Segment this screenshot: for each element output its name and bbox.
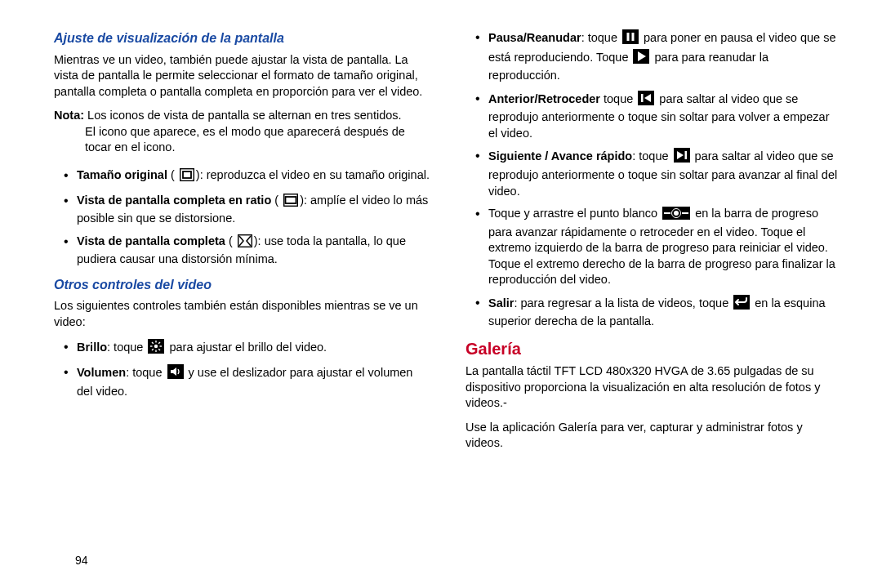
toque-label: : toque	[107, 341, 146, 354]
svg-point-26	[674, 211, 679, 216]
svg-rect-17	[627, 33, 630, 41]
list-item: Brillo: toque para ajustar el brillo del…	[64, 339, 430, 359]
paragraph-display-adjust: Mientras ve un video, también puede ajus…	[54, 52, 430, 100]
svg-point-6	[154, 344, 158, 347]
list-item: Anterior/Retroceder toque para saltar al…	[475, 91, 841, 142]
item-title: Vista de pantalla completa en ratio	[77, 194, 271, 207]
list-item: Vista de pantalla completa en ratio ( ):…	[64, 193, 430, 227]
view-modes-list: Tamaño original ( ): reproduzca el video…	[64, 167, 430, 268]
pause-icon	[622, 29, 639, 49]
progress-dot-icon	[662, 207, 690, 225]
svg-rect-3	[286, 197, 296, 203]
svg-rect-0	[180, 168, 194, 180]
toque-label: : toque	[581, 31, 621, 44]
toque-label: : toque	[126, 366, 165, 379]
list-item: Pausa/Reanudar: toque para poner en paus…	[475, 29, 841, 84]
paragraph-gallery-2: Use la aplicación Galería para ver, capt…	[466, 420, 841, 452]
note-line2: El icono que aparece, es el modo que apa…	[85, 124, 430, 156]
item-title: Tamaño original	[77, 168, 167, 181]
page-number: 94	[75, 553, 88, 568]
brightness-icon	[148, 339, 164, 359]
list-item: Siguiente / Avance rápido: toque para sa…	[475, 148, 841, 199]
svg-rect-23	[684, 151, 687, 159]
previous-icon	[638, 91, 654, 110]
toque-label: toque	[600, 92, 636, 105]
item-title: Brillo	[77, 341, 107, 354]
toque-label: : toque	[632, 149, 671, 163]
item-title: Siguiente / Avance rápido	[488, 149, 632, 163]
item-title: Vista de pantalla completa	[77, 234, 225, 247]
volume-icon	[167, 364, 184, 384]
note-block: Nota: Los iconos de vista de pantalla se…	[54, 108, 430, 156]
heading-display-adjust: Ajuste de visualización de la pantalla	[54, 29, 430, 47]
item-title: Volumen	[77, 366, 126, 379]
fullscreen-icon	[238, 234, 252, 252]
item-rest: ): reproduzca el video en su tamaño orig…	[196, 168, 430, 181]
list-item: Volumen: toque y use el deslizador para …	[64, 364, 430, 399]
left-column: Ajuste de visualización de la pantalla M…	[54, 29, 430, 460]
paragraph-other-controls: Los siguientes controles también están d…	[54, 298, 430, 330]
item-title: Anterior/Retroceder	[488, 92, 600, 105]
right-column: Pausa/Reanudar: toque para poner en paus…	[466, 29, 841, 460]
list-item: Toque y arrastre el punto blanco en la b…	[475, 206, 841, 288]
note-line1: Los iconos de vista de pantalla se alter…	[84, 109, 402, 122]
text-mid: : para regresar a la lista de videos, to…	[514, 296, 732, 310]
list-item: Vista de pantalla completa ( ): use toda…	[64, 234, 430, 268]
note-label: Nota:	[54, 109, 84, 122]
text-pre: Toque y arrastre el punto blanco	[488, 207, 661, 220]
playback-controls-list: Pausa/Reanudar: toque para poner en paus…	[475, 29, 841, 330]
svg-rect-18	[632, 33, 635, 41]
list-item: Salir: para regresar a la lista de video…	[475, 295, 841, 330]
heading-gallery: Galería	[466, 338, 841, 360]
item-title: Salir	[488, 296, 514, 310]
other-controls-list: Brillo: toque para ajustar el brillo del…	[64, 339, 430, 400]
next-icon	[674, 148, 690, 167]
svg-rect-16	[622, 29, 639, 44]
list-item: Tamaño original ( ): reproduzca el video…	[64, 167, 430, 186]
item-rest: para ajustar el brillo del video.	[166, 341, 327, 354]
heading-other-controls: Otros controles del video	[54, 276, 430, 294]
back-icon	[733, 295, 750, 314]
paragraph-gallery-1: La pantalla táctil TFT LCD 480x320 HVGA …	[466, 363, 841, 412]
original-size-icon	[180, 168, 194, 186]
fullscreen-ratio-icon	[283, 194, 298, 212]
play-icon	[633, 49, 649, 69]
svg-rect-21	[641, 94, 644, 102]
svg-rect-1	[183, 172, 191, 178]
item-title: Pausa/Reanudar	[488, 31, 581, 44]
